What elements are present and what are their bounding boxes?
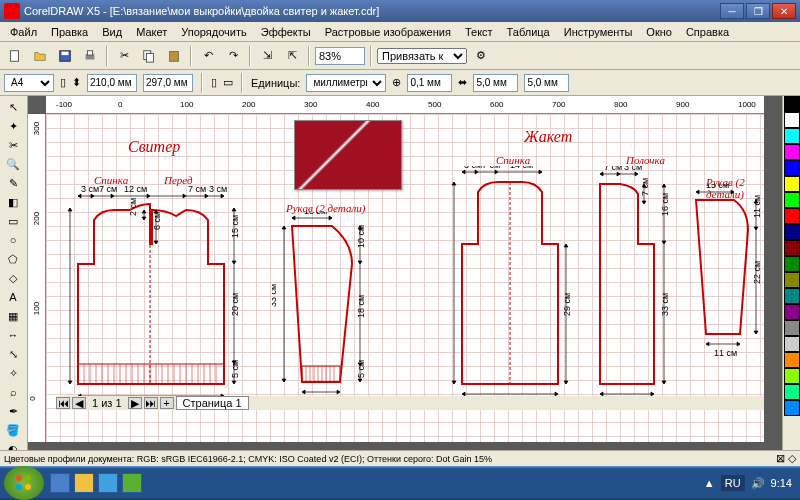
swatch[interactable] bbox=[784, 128, 800, 144]
undo-icon[interactable]: ↶ bbox=[197, 45, 219, 67]
swatch[interactable] bbox=[784, 240, 800, 256]
page-add-icon[interactable]: + bbox=[160, 397, 174, 409]
swatch[interactable] bbox=[784, 208, 800, 224]
paper-orient-icon[interactable]: ▯ bbox=[60, 76, 66, 89]
paste-icon[interactable] bbox=[163, 45, 185, 67]
swatch[interactable] bbox=[784, 144, 800, 160]
page-last-icon[interactable]: ⏭ bbox=[144, 397, 158, 409]
dupx-input[interactable] bbox=[473, 74, 518, 92]
swatch[interactable] bbox=[784, 288, 800, 304]
swatch[interactable] bbox=[784, 160, 800, 176]
tray-lang[interactable]: RU bbox=[721, 475, 745, 491]
open-icon[interactable] bbox=[29, 45, 51, 67]
smartfill-tool-icon[interactable]: ◧ bbox=[2, 193, 24, 211]
close-button[interactable]: ✕ bbox=[772, 3, 796, 19]
tray-up-icon[interactable]: ▲ bbox=[704, 477, 715, 489]
pick-tool-icon[interactable]: ↖ bbox=[2, 98, 24, 116]
maximize-button[interactable]: ❐ bbox=[746, 3, 770, 19]
crop-tool-icon[interactable]: ✂ bbox=[2, 136, 24, 154]
dupy-input[interactable] bbox=[524, 74, 569, 92]
zoom-input[interactable] bbox=[315, 47, 365, 65]
cut-icon[interactable]: ✂ bbox=[113, 45, 135, 67]
reference-photo[interactable] bbox=[294, 120, 402, 190]
connector-tool-icon[interactable]: ⤡ bbox=[2, 345, 24, 363]
tray-volume-icon[interactable]: 🔊 bbox=[751, 477, 765, 490]
save-icon[interactable] bbox=[54, 45, 76, 67]
swatch[interactable] bbox=[784, 320, 800, 336]
swatch[interactable] bbox=[784, 192, 800, 208]
piece-sviter-sleeve[interactable]: 13 см 33 см 10 см 18 см 5 см 9 см bbox=[272, 212, 382, 412]
piece-sviter-body[interactable]: 3 см 7 см 12 см 7 см 3 см 42 см 15 см 20… bbox=[66, 186, 246, 416]
menu-tools[interactable]: Инструменты bbox=[558, 24, 639, 40]
swatch[interactable] bbox=[784, 112, 800, 128]
swatch[interactable] bbox=[784, 304, 800, 320]
swatch[interactable] bbox=[784, 176, 800, 192]
paper-select[interactable]: A4 bbox=[4, 74, 54, 92]
piece-zhaket-sleeve[interactable]: 15 см 11 см 22 см 11 см bbox=[682, 184, 772, 384]
swatch[interactable] bbox=[784, 384, 800, 400]
shapes-tool-icon[interactable]: ◇ bbox=[2, 269, 24, 287]
units-select[interactable]: миллиметры bbox=[306, 74, 386, 92]
export-icon[interactable]: ⇱ bbox=[281, 45, 303, 67]
minimize-button[interactable]: ─ bbox=[720, 3, 744, 19]
nudge-input[interactable] bbox=[407, 74, 452, 92]
taskbar-app-icon[interactable] bbox=[122, 473, 142, 493]
redo-icon[interactable]: ↷ bbox=[222, 45, 244, 67]
options-icon[interactable]: ⚙ bbox=[470, 45, 492, 67]
freehand-tool-icon[interactable]: ✎ bbox=[2, 174, 24, 192]
menu-edit[interactable]: Правка bbox=[45, 24, 94, 40]
import-icon[interactable]: ⇲ bbox=[256, 45, 278, 67]
swatch[interactable] bbox=[784, 224, 800, 240]
snap-select[interactable]: Привязать к bbox=[377, 48, 467, 64]
menu-effects[interactable]: Эффекты bbox=[255, 24, 317, 40]
rectangle-tool-icon[interactable]: ▭ bbox=[2, 212, 24, 230]
dimension-tool-icon[interactable]: ↔ bbox=[2, 326, 24, 344]
fill-indicator-icon[interactable]: ⊠ ◇ bbox=[776, 452, 796, 465]
swatch[interactable] bbox=[784, 368, 800, 384]
tray-clock[interactable]: 9:14 bbox=[771, 477, 792, 489]
page-first-icon[interactable]: ⏮ bbox=[56, 397, 70, 409]
new-icon[interactable] bbox=[4, 45, 26, 67]
swatch[interactable] bbox=[784, 400, 800, 416]
page-width[interactable] bbox=[87, 74, 137, 92]
canvas[interactable]: Свитер Жакет Спинка Перед Рукав (2 детал… bbox=[46, 114, 764, 442]
menu-view[interactable]: Вид bbox=[96, 24, 128, 40]
menu-bitmaps[interactable]: Растровые изображения bbox=[319, 24, 457, 40]
copy-icon[interactable] bbox=[138, 45, 160, 67]
swatch[interactable] bbox=[784, 96, 800, 112]
taskbar-skype-icon[interactable] bbox=[98, 473, 118, 493]
ruler-horizontal[interactable]: -10001002003004005006007008009001000 bbox=[46, 96, 764, 114]
menu-arrange[interactable]: Упорядочить bbox=[175, 24, 252, 40]
effects-tool-icon[interactable]: ✧ bbox=[2, 364, 24, 382]
zoom-tool-icon[interactable]: 🔍 bbox=[2, 155, 24, 173]
taskbar-explorer-icon[interactable] bbox=[50, 473, 70, 493]
taskbar-folder-icon[interactable] bbox=[74, 473, 94, 493]
portrait-icon[interactable]: ▯ bbox=[211, 76, 217, 89]
menu-file[interactable]: Файл bbox=[4, 24, 43, 40]
menu-window[interactable]: Окно bbox=[640, 24, 678, 40]
shape-tool-icon[interactable]: ✦ bbox=[2, 117, 24, 135]
ellipse-tool-icon[interactable]: ○ bbox=[2, 231, 24, 249]
table-tool-icon[interactable]: ▦ bbox=[2, 307, 24, 325]
menu-help[interactable]: Справка bbox=[680, 24, 735, 40]
swatch[interactable] bbox=[784, 336, 800, 352]
swatch[interactable] bbox=[784, 352, 800, 368]
eyedropper-tool-icon[interactable]: ⌕ bbox=[2, 383, 24, 401]
print-icon[interactable] bbox=[79, 45, 101, 67]
page-next-icon[interactable]: ▶ bbox=[128, 397, 142, 409]
ruler-vertical[interactable]: 3002001000 bbox=[28, 114, 46, 442]
start-button[interactable] bbox=[4, 466, 44, 500]
page-prev-icon[interactable]: ◀ bbox=[72, 397, 86, 409]
piece-zhaket-back[interactable]: 3 см 7 см 14 см 47 см 29 см 17 см bbox=[450, 166, 580, 416]
swatch[interactable] bbox=[784, 256, 800, 272]
outline-tool-icon[interactable]: ✒ bbox=[2, 402, 24, 420]
text-tool-icon[interactable]: A bbox=[2, 288, 24, 306]
piece-zhaket-front[interactable]: 7 см 3 см 16 см 33 см 17 см 7 см bbox=[584, 166, 694, 416]
fill-tool-icon[interactable]: 🪣 bbox=[2, 421, 24, 439]
landscape-icon[interactable]: ▭ bbox=[223, 76, 233, 89]
page-tab[interactable]: Страница 1 bbox=[176, 396, 249, 410]
menu-table[interactable]: Таблица bbox=[501, 24, 556, 40]
menu-text[interactable]: Текст bbox=[459, 24, 499, 40]
page-height[interactable] bbox=[143, 74, 193, 92]
swatch[interactable] bbox=[784, 272, 800, 288]
